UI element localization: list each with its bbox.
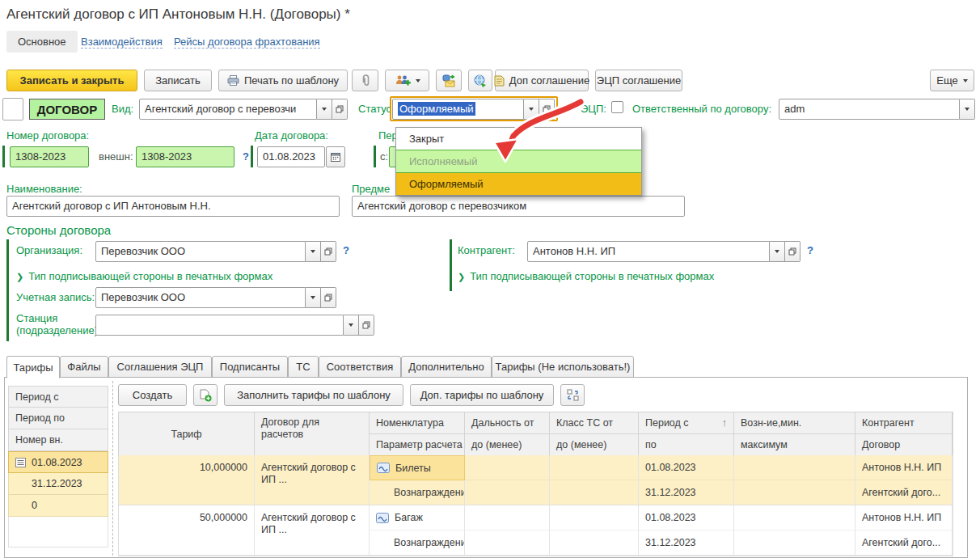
contract-date-field[interactable]: 01.08.2023 xyxy=(257,146,325,167)
status-option-closed[interactable]: Закрыт xyxy=(396,128,641,150)
ecp-agreement-button[interactable]: ЭЦП соглашение xyxy=(595,70,682,91)
tariff-row-fee-max[interactable] xyxy=(734,480,855,505)
col-period-to[interactable]: по xyxy=(639,434,734,456)
tab-signers[interactable]: Подписанты xyxy=(212,356,288,378)
nav-tab-interactions[interactable]: Взаимодействия xyxy=(81,36,163,49)
periods-header-from[interactable]: Период с xyxy=(8,386,108,408)
status-dropdown-button[interactable] xyxy=(524,99,539,120)
tariff-row-nomenclature[interactable]: Билеты xyxy=(370,455,465,480)
contractor-signer-type-link[interactable]: ❯Тип подписывающей стороны в печатных фо… xyxy=(458,270,714,282)
tariff-row-period-from[interactable]: 01.08.2023 xyxy=(639,505,734,531)
responsible-combo[interactable]: adm xyxy=(779,99,975,120)
tab-additional[interactable]: Дополнительно xyxy=(401,356,492,378)
tab-ecp-agreements[interactable]: Соглашения ЭЦП xyxy=(108,356,212,378)
sync-button[interactable] xyxy=(468,70,492,91)
col-class-to[interactable]: до (менее) xyxy=(550,434,639,456)
tariff-row-contractor[interactable]: Антонов Н.Н. ИП xyxy=(855,505,953,531)
period-row-to[interactable]: 31.12.2023 xyxy=(8,473,108,495)
tab-files[interactable]: Файлы xyxy=(60,356,108,378)
account-dropdown-button[interactable] xyxy=(306,287,321,308)
tab-vehicles[interactable]: ТС xyxy=(288,356,319,378)
tariff-row-distance-from[interactable] xyxy=(465,455,550,480)
tariff-row-param[interactable]: Вознаграждение за ... xyxy=(370,531,465,556)
col-calc-contract[interactable]: Договор для расчетов xyxy=(255,412,370,456)
ecp-checkbox[interactable] xyxy=(611,101,623,113)
contractor-open-button[interactable] xyxy=(785,241,800,262)
kind-dropdown-button[interactable] xyxy=(317,99,332,120)
send-to-db-button[interactable] xyxy=(436,70,462,91)
fill-tariffs-by-template-button[interactable]: Заполнить тарифы по шаблону xyxy=(224,384,403,406)
name-field[interactable]: Агентский договор с ИП Антоновым Н.Н. xyxy=(6,196,340,217)
dop-agreement-button[interactable]: Доп соглашение xyxy=(495,70,589,91)
tab-correspondences[interactable]: Соответствия xyxy=(319,356,401,378)
contractor-help[interactable]: ? xyxy=(807,244,813,256)
tariff-row-calc-contract[interactable]: Агентский договор с ИП ... xyxy=(255,505,370,556)
period-row-num[interactable]: 0 xyxy=(8,495,108,517)
tariff-row-fee-max[interactable] xyxy=(734,531,855,556)
save-and-close-button[interactable]: Записать и закрыть xyxy=(6,70,137,91)
panel-splitter[interactable] xyxy=(112,381,113,556)
tariff-row-fee-min[interactable] xyxy=(734,505,855,531)
col-contract[interactable]: Договор xyxy=(855,434,953,456)
tariff-row-nomenclature[interactable]: Багаж xyxy=(370,505,465,531)
col-contractor[interactable]: Контрагент xyxy=(855,412,953,434)
organization-combo[interactable]: Перевозчик ООО xyxy=(95,241,336,262)
tariff-row-tariff[interactable]: 50,000000 xyxy=(119,505,255,556)
print-by-template-button[interactable]: Печать по шаблону xyxy=(218,70,348,91)
org-signer-type-link[interactable]: ❯Тип подписывающей стороны в печатных фо… xyxy=(16,270,272,282)
copy-settings-button[interactable] xyxy=(560,384,585,406)
save-button[interactable]: Записать xyxy=(144,70,212,91)
status-open-button[interactable] xyxy=(539,99,555,120)
period-row-from[interactable]: 01.08.2023 xyxy=(8,451,108,473)
status-help[interactable]: ? xyxy=(566,103,572,115)
station-dropdown-button[interactable] xyxy=(344,315,359,336)
organization-dropdown-button[interactable] xyxy=(306,241,321,262)
account-combo[interactable]: Перевозчик ООО xyxy=(95,287,336,308)
organization-open-button[interactable] xyxy=(321,241,336,262)
tariff-row-contract[interactable]: Агентский дого... xyxy=(855,480,953,505)
tab-tariffs[interactable]: Тарифы xyxy=(6,356,60,378)
col-distance-from[interactable]: Дальность от xyxy=(465,412,550,434)
create-tariff-button[interactable]: Создать xyxy=(118,384,187,406)
tariff-row-param[interactable]: Вознаграждение за ... xyxy=(370,480,465,505)
tariff-row-class-to[interactable] xyxy=(550,480,639,505)
station-open-button[interactable] xyxy=(359,315,374,336)
attach-file-button[interactable] xyxy=(352,70,378,91)
tariff-row-distance-to[interactable] xyxy=(465,531,550,556)
tariff-row-period-from[interactable]: 01.08.2023 xyxy=(639,455,734,480)
tariff-row-class-from[interactable] xyxy=(550,505,639,531)
col-fee-max[interactable]: максимум xyxy=(734,434,855,456)
kind-open-button[interactable] xyxy=(332,99,348,120)
number-help[interactable]: ? xyxy=(243,150,249,163)
add-contacts-button[interactable] xyxy=(385,70,429,91)
periods-header-num[interactable]: Номер вн. xyxy=(8,429,108,451)
tariff-row-class-to[interactable] xyxy=(550,531,639,556)
tariff-row-contract[interactable]: Агентский дого... xyxy=(855,531,953,556)
tab-tariffs-deprecated[interactable]: Тарифы (Не использовать!) xyxy=(492,356,634,378)
tariff-row-period-to[interactable]: 31.12.2023 xyxy=(639,531,734,556)
col-nomenclature[interactable]: Номенклатура xyxy=(370,412,465,434)
responsible-dropdown-button[interactable] xyxy=(960,99,975,120)
more-button[interactable]: Еще xyxy=(930,70,974,91)
status-option-executing[interactable]: Исполняемый xyxy=(396,150,641,173)
kind-combo[interactable]: Агентский договор с перевозчи xyxy=(139,99,348,120)
tariff-row-period-to[interactable]: 31.12.2023 xyxy=(639,480,734,505)
tariff-row-class-from[interactable] xyxy=(550,455,639,480)
dop-tariffs-by-template-button[interactable]: Доп. тарифы по шаблону xyxy=(410,384,554,406)
tariff-row-tariff[interactable]: 10,000000 xyxy=(119,455,255,505)
account-open-button[interactable] xyxy=(321,287,336,308)
col-param[interactable]: Параметр расчета xyxy=(370,434,465,456)
col-class-from[interactable]: Класс ТС от xyxy=(550,412,639,434)
col-distance-to[interactable]: до (менее) xyxy=(465,434,550,456)
tariff-row-distance-to[interactable] xyxy=(465,480,550,505)
periods-header-to[interactable]: Период по xyxy=(8,408,108,429)
tariff-row-calc-contract[interactable]: Агентский договор с ИП ... xyxy=(255,455,370,505)
col-fee-min[interactable]: Возн-ие,мин. xyxy=(734,412,855,434)
status-option-drafting[interactable]: Оформляемый xyxy=(396,173,641,195)
nav-tab-charter-trips[interactable]: Рейсы договора фрахтования xyxy=(174,36,320,49)
col-period-from[interactable]: Период с↑ xyxy=(639,412,734,434)
date-calendar-button[interactable] xyxy=(326,146,345,167)
tariff-row-contractor[interactable]: Антонов Н.Н. ИП xyxy=(855,455,953,480)
organization-help[interactable]: ? xyxy=(343,244,349,256)
subject-field[interactable]: Агентский договор с перевозчиком xyxy=(352,196,685,217)
